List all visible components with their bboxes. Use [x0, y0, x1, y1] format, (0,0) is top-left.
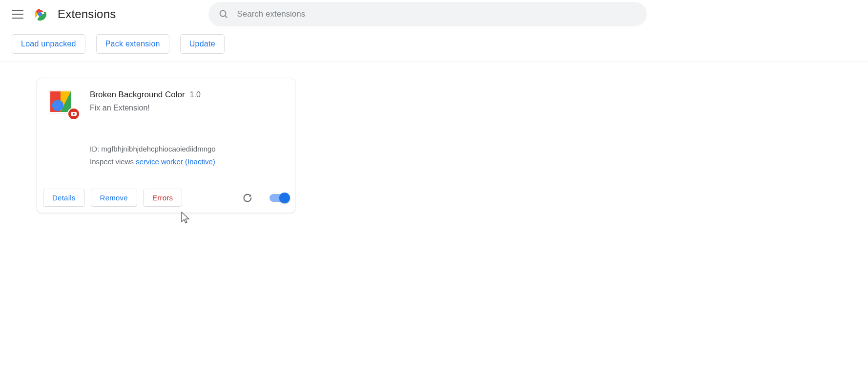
svg-point-1 [39, 13, 42, 16]
reload-icon[interactable] [242, 193, 253, 203]
svg-point-10 [73, 113, 75, 115]
content-area: Broken Background Color 1.0 Fix an Exten… [0, 62, 868, 229]
remove-button[interactable]: Remove [91, 189, 137, 207]
service-worker-link[interactable]: service worker (Inactive) [136, 157, 215, 166]
extension-id-value: mgfbhjnibhjdehcphiocaoiediidmngo [101, 145, 215, 153]
toolbar: Load unpacked Pack extension Update [0, 28, 868, 62]
pack-extension-button[interactable]: Pack extension [96, 34, 169, 54]
page-title: Extensions [58, 7, 116, 21]
search-icon [218, 9, 229, 20]
extension-id-label: ID: [90, 145, 99, 153]
svg-point-8 [52, 100, 63, 111]
extension-meta: ID: mgfbhjnibhjdehcphiocaoiediidmngo Ins… [90, 143, 283, 168]
svg-line-4 [225, 16, 227, 18]
extension-icon-wrap [49, 90, 78, 119]
errors-button[interactable]: Errors [143, 189, 182, 207]
error-badge-icon [67, 108, 80, 120]
extension-description: Fix an Extension! [90, 104, 201, 112]
inspect-views-label: Inspect views [90, 157, 134, 166]
hamburger-menu-icon[interactable] [12, 8, 23, 20]
extension-name: Broken Background Color [90, 90, 185, 100]
chrome-logo-icon [33, 7, 47, 21]
enable-toggle[interactable] [269, 194, 289, 202]
update-button[interactable]: Update [180, 34, 225, 54]
details-button[interactable]: Details [43, 189, 85, 207]
svg-point-3 [220, 11, 226, 17]
search-input[interactable] [237, 9, 637, 19]
extension-version: 1.0 [190, 90, 201, 99]
search-bar[interactable] [208, 2, 647, 26]
extension-card: Broken Background Color 1.0 Fix an Exten… [37, 78, 295, 213]
header-bar: Extensions [0, 0, 868, 28]
load-unpacked-button[interactable]: Load unpacked [12, 34, 85, 54]
